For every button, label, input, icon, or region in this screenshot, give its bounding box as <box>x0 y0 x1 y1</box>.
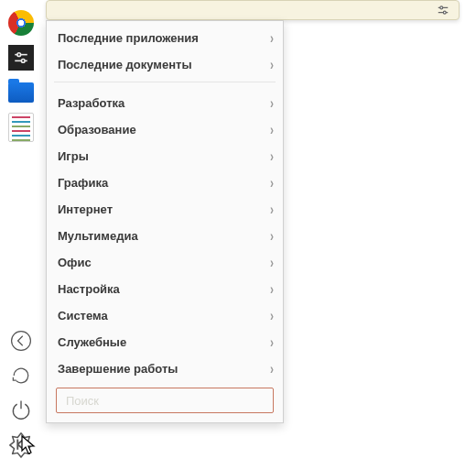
menu-categories-group: Разработка › Образование › Игры › График… <box>47 86 283 382</box>
menu-item-leave[interactable]: Завершение работы › <box>47 355 283 382</box>
menu-item-recent-docs[interactable]: Последние документы › <box>47 51 283 78</box>
chevron-right-icon: › <box>270 56 274 72</box>
menu-label: Мультимедиа <box>58 229 270 243</box>
sliders-dark-icon <box>8 45 34 71</box>
menu-item-games[interactable]: Игры › <box>47 143 283 169</box>
chevron-right-icon: › <box>270 254 274 270</box>
menu-item-utilities[interactable]: Служебные › <box>47 329 283 355</box>
svg-point-5 <box>17 53 21 57</box>
menu-item-education[interactable]: Образование › <box>47 116 283 143</box>
menu-label: Последние приложения <box>58 31 270 45</box>
chevron-right-icon: › <box>270 94 274 111</box>
dock-item-chrome[interactable] <box>5 7 37 38</box>
chrome-icon <box>8 10 34 36</box>
menu-separator <box>54 82 276 82</box>
document-icon <box>8 113 34 142</box>
menu-label: Офис <box>58 256 270 269</box>
chevron-right-icon: › <box>270 121 274 137</box>
application-menu: Последние приложения › Последние докумен… <box>46 20 284 423</box>
chevron-right-icon: › <box>270 227 274 244</box>
menu-item-internet[interactable]: Интернет › <box>47 196 283 223</box>
menu-label: Последние документы <box>58 58 270 71</box>
chevron-right-icon: › <box>270 148 274 164</box>
menu-item-office[interactable]: Офис › <box>47 249 283 276</box>
menu-label: Завершение работы <box>58 362 270 376</box>
menu-label: Настройка <box>58 282 270 296</box>
menu-item-development[interactable]: Разработка › <box>47 90 283 116</box>
search-input[interactable] <box>56 388 274 413</box>
power-icon[interactable] <box>7 397 35 424</box>
menu-label: Интернет <box>58 202 270 216</box>
folder-icon <box>8 82 34 103</box>
menu-label: Графика <box>58 176 270 190</box>
chevron-right-icon: › <box>270 360 274 377</box>
dock-item-text-editor[interactable] <box>5 112 37 143</box>
menu-item-recent-apps[interactable]: Последние приложения › <box>47 25 283 51</box>
back-icon[interactable] <box>7 327 35 355</box>
refresh-icon[interactable] <box>7 362 35 389</box>
chevron-right-icon: › <box>270 307 274 323</box>
chevron-right-icon: › <box>270 333 274 350</box>
svg-point-8 <box>12 332 31 351</box>
chevron-right-icon: › <box>270 29 274 46</box>
settings-sliders-icon[interactable] <box>437 4 449 16</box>
k-menu-icon[interactable] <box>6 430 36 459</box>
chevron-right-icon: › <box>270 174 274 191</box>
menu-item-system[interactable]: Система › <box>47 302 283 329</box>
menu-item-settings[interactable]: Настройка › <box>47 276 283 302</box>
svg-point-7 <box>21 60 25 63</box>
svg-point-3 <box>443 11 446 14</box>
menu-label: Игры <box>58 149 270 163</box>
menu-item-multimedia[interactable]: Мультимедиа › <box>47 223 283 249</box>
chevron-right-icon: › <box>270 201 274 217</box>
left-dock <box>2 5 40 459</box>
svg-point-1 <box>440 6 443 9</box>
dock-item-files[interactable] <box>5 77 37 108</box>
menu-label: Система <box>58 309 270 322</box>
menu-label: Служебные <box>58 335 270 349</box>
menu-item-graphics[interactable]: Графика › <box>47 169 283 196</box>
search-row <box>56 388 274 413</box>
document-toolbar <box>46 0 460 20</box>
menu-recent-group: Последние приложения › Последние докумен… <box>47 21 283 78</box>
menu-label: Образование <box>58 123 270 137</box>
dock-item-settings[interactable] <box>5 42 37 73</box>
menu-label: Разработка <box>58 96 270 110</box>
chevron-right-icon: › <box>270 280 274 297</box>
